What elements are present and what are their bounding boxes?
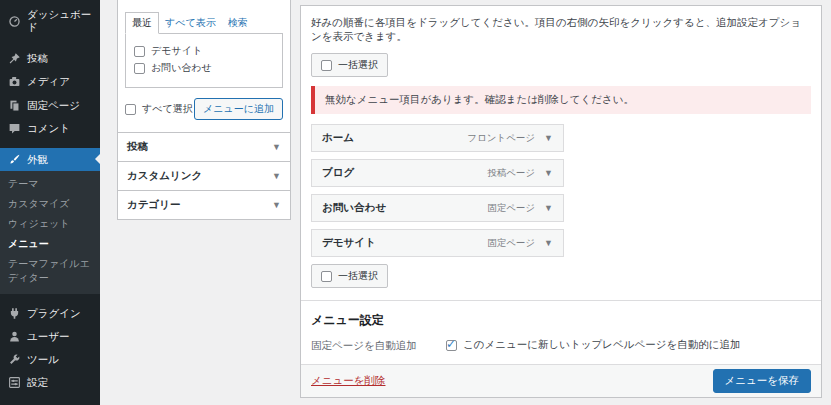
checkbox[interactable] <box>125 104 136 115</box>
bulk-select-label: 一括選択 <box>338 58 378 72</box>
menu-item-demo-site[interactable]: デモサイト 固定ページ▼ <box>311 229 564 257</box>
add-menu-items-panel: 最近 すべて表示 検索 デモサイト お問い合わせ すべて選択 メニューに追加 投… <box>117 0 291 220</box>
page-item-label: デモサイト <box>151 44 202 58</box>
tab-search[interactable]: 検索 <box>222 13 254 33</box>
appearance-submenu: テーマ カスタマイズ ウィジェット メニュー テーマファイルエディター <box>0 171 100 294</box>
sidebar-item-label: メディア <box>27 75 70 88</box>
chevron-down-icon[interactable]: ▼ <box>544 133 553 143</box>
chevron-down-icon: ▼ <box>272 142 281 152</box>
submenu-item-themes[interactable]: テーマ <box>0 174 100 194</box>
sidebar-item-plugins[interactable]: プラグイン <box>0 302 100 325</box>
menu-item-contact[interactable]: お問い合わせ 固定ページ▼ <box>311 194 564 222</box>
chevron-down-icon[interactable]: ▼ <box>544 203 553 213</box>
wrench-icon <box>8 353 21 366</box>
auto-add-row: 固定ページを自動追加 このメニューに新しいトップレベルページを自動的に追加 <box>311 338 811 357</box>
media-icon <box>8 75 21 88</box>
list-item[interactable]: お問い合わせ <box>134 61 274 75</box>
bulk-select-button-bottom[interactable]: 一括選択 <box>311 264 388 288</box>
sidebar-item-label: 投稿 <box>27 52 48 65</box>
chevron-down-icon[interactable]: ▼ <box>544 168 553 178</box>
page-item-label: お問い合わせ <box>151 61 212 75</box>
menu-item-home[interactable]: ホーム フロントページ▼ <box>311 124 564 152</box>
auto-add-label: 固定ページを自動追加 <box>311 338 446 357</box>
pushpin-icon <box>8 52 21 65</box>
select-all-control[interactable]: すべて選択 <box>125 102 193 116</box>
settings-sliders-icon <box>8 376 21 389</box>
sidebar-item-appearance[interactable]: 外観 <box>0 148 100 171</box>
pages-icon <box>8 99 21 112</box>
dashboard-icon <box>8 15 21 28</box>
tab-view-all[interactable]: すべて表示 <box>159 13 222 33</box>
checkbox[interactable] <box>134 63 145 74</box>
delete-menu-link[interactable]: メニューを削除 <box>311 374 385 388</box>
sidebar-item-media[interactable]: メディア <box>0 70 100 93</box>
accordion-label: カテゴリー <box>127 198 180 212</box>
settings-divider <box>301 300 821 301</box>
menu-item-title: デモサイト <box>322 236 376 250</box>
sidebar-item-label: プラグイン <box>27 307 81 320</box>
accordion-posts[interactable]: 投稿 ▼ <box>118 132 290 161</box>
sidebar-item-label: ツール <box>27 353 59 366</box>
menu-item-title: ホーム <box>322 131 354 145</box>
panel-actions: すべて選択 メニューに追加 <box>118 88 290 132</box>
menu-item-blog[interactable]: ブログ 投稿ページ▼ <box>311 159 564 187</box>
admin-sidebar: ダッシュボード 投稿 メディア 固定ページ コメント 外観 テーマ カスタマイズ… <box>0 0 100 405</box>
sidebar-item-label: コメント <box>27 122 70 135</box>
sidebar-item-tools[interactable]: ツール <box>0 348 100 371</box>
menu-item-type: 固定ページ <box>487 237 535 250</box>
sidebar-item-dashboard[interactable]: ダッシュボード <box>0 3 100 39</box>
menu-item-type: フロントページ <box>467 132 535 145</box>
menu-item-title: ブログ <box>322 166 354 180</box>
chevron-down-icon: ▼ <box>272 171 281 181</box>
sidebar-item-posts[interactable]: 投稿 <box>0 47 100 70</box>
sidebar-item-label: ユーザー <box>27 330 70 343</box>
sidebar-item-label: 外観 <box>27 153 48 166</box>
drag-instructions: 好みの順番に各項目をドラッグしてください。項目の右側の矢印をクリックすると、追加… <box>311 16 811 44</box>
submenu-item-customize[interactable]: カスタマイズ <box>0 194 100 214</box>
save-menu-button[interactable]: メニューを保存 <box>713 369 811 393</box>
bulk-select-button-top[interactable]: 一括選択 <box>311 53 388 77</box>
menu-settings-heading: メニュー設定 <box>311 312 811 329</box>
accordion-label: 投稿 <box>127 140 148 154</box>
sidebar-item-comments[interactable]: コメント <box>0 117 100 140</box>
checkbox[interactable] <box>321 271 332 282</box>
sidebar-item-pages[interactable]: 固定ページ <box>0 94 100 117</box>
sidebar-item-settings[interactable]: 設定 <box>0 371 100 394</box>
submenu-item-menus[interactable]: メニュー <box>0 234 100 254</box>
plugin-icon <box>8 307 21 320</box>
editor-footer: メニューを削除 メニューを保存 <box>301 364 821 397</box>
menu-item-title: お問い合わせ <box>322 201 386 215</box>
list-item[interactable]: デモサイト <box>134 44 274 58</box>
select-all-label: すべて選択 <box>142 102 193 116</box>
menu-item-type: 投稿ページ <box>487 167 535 180</box>
accordion-categories[interactable]: カテゴリー ▼ <box>118 190 290 219</box>
checkbox[interactable] <box>446 340 457 351</box>
submenu-item-widgets[interactable]: ウィジェット <box>0 214 100 234</box>
checkbox[interactable] <box>134 46 145 57</box>
accordion-custom-links[interactable]: カスタムリンク ▼ <box>118 161 290 190</box>
menu-editor-panel: 好みの順番に各項目をドラッグしてください。項目の右側の矢印をクリックすると、追加… <box>300 5 822 398</box>
submenu-item-theme-editor[interactable]: テーマファイルエディター <box>0 254 100 288</box>
paintbrush-icon <box>8 153 21 166</box>
pages-panel-tabs: 最近 すべて表示 検索 <box>125 12 283 33</box>
add-to-menu-button[interactable]: メニューに追加 <box>194 98 283 120</box>
auto-add-option-label: このメニューに新しいトップレベルページを自動的に追加 <box>463 338 740 352</box>
user-icon <box>8 330 21 343</box>
tab-recent[interactable]: 最近 <box>125 12 159 34</box>
chevron-down-icon: ▼ <box>272 200 281 210</box>
menu-item-type: 固定ページ <box>487 202 535 215</box>
auto-add-option[interactable]: このメニューに新しいトップレベルページを自動的に追加 <box>446 338 740 352</box>
sidebar-item-label: ダッシュボード <box>27 8 92 34</box>
comment-bubble-icon <box>8 122 21 135</box>
recent-pages-list: デモサイト お問い合わせ <box>125 33 283 88</box>
sidebar-item-users[interactable]: ユーザー <box>0 325 100 348</box>
menu-item-list: ホーム フロントページ▼ ブログ 投稿ページ▼ お問い合わせ 固定ページ▼ デモ… <box>311 124 811 257</box>
checkbox[interactable] <box>321 60 332 71</box>
chevron-down-icon[interactable]: ▼ <box>544 238 553 248</box>
bulk-select-label: 一括選択 <box>338 269 378 283</box>
sidebar-item-label: 固定ページ <box>27 99 80 112</box>
invalid-menu-item-notice: 無効なメニュー項目があります。確認または削除してください。 <box>311 86 811 114</box>
sidebar-item-label: 設定 <box>27 376 48 389</box>
accordion-label: カスタムリンク <box>127 169 202 183</box>
